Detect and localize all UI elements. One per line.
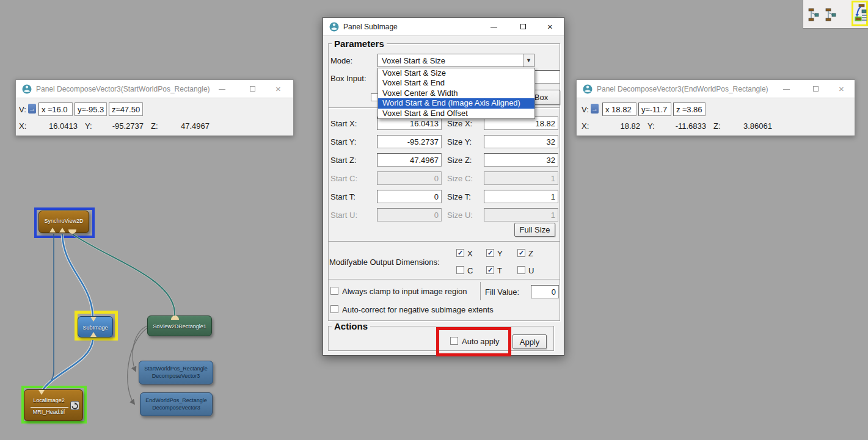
dim-y-checkbox[interactable] <box>486 249 494 257</box>
full-size-button[interactable]: Full Size <box>514 223 555 237</box>
mini-graph-icon-2[interactable] <box>825 7 836 22</box>
minimize-button[interactable] <box>777 80 797 98</box>
window-title: Panel DecomposeVector3(StartWorldPos_Rec… <box>36 85 210 93</box>
close-button[interactable]: × <box>270 80 290 98</box>
chevron-down-icon[interactable]: ▼ <box>523 54 534 67</box>
size-y-field[interactable] <box>484 135 558 148</box>
node-localimage2-line1: LocalImage2 <box>24 397 73 403</box>
dropdown-item[interactable]: Voxel Start & End <box>378 78 534 88</box>
titlebar[interactable]: Panel SubImage × <box>323 18 564 36</box>
node-soview2drectangle1-label: SoView2DRectangle1 <box>148 323 211 330</box>
connection-subimage-synchroview <box>62 234 93 317</box>
close-button[interactable]: × <box>833 80 853 98</box>
input-connector-icon[interactable] <box>68 229 76 234</box>
node-soview2drectangle1[interactable]: SoView2DRectangle1 <box>147 316 212 336</box>
mini-graph-icon-1[interactable] <box>808 7 819 22</box>
autocorrect-checkbox[interactable] <box>330 305 338 313</box>
dim-c-checkbox[interactable] <box>456 266 464 274</box>
mevislab-app-icon <box>22 84 32 94</box>
x-component-field[interactable] <box>602 103 636 116</box>
separator <box>329 241 560 242</box>
start-t-field[interactable] <box>377 190 442 203</box>
fill-value-label: Fill Value: <box>485 287 519 297</box>
node-startworldpos-decomposevector3[interactable]: StartWorldPos_Rectangle DecomposeVector3 <box>139 361 213 384</box>
dropdown-item[interactable]: Voxel Start & Size <box>378 68 534 78</box>
node-subimage-label: SubImage <box>78 325 112 331</box>
dim-z-checkbox[interactable] <box>517 249 525 257</box>
dropdown-item[interactable]: Voxel Start & End Offset <box>378 109 534 118</box>
vector-input-arrow-icon[interactable]: → <box>591 104 599 114</box>
input-connector-icon[interactable] <box>59 228 65 233</box>
dim-t-label: T <box>497 266 502 275</box>
minimize-button[interactable] <box>213 80 232 98</box>
dropdown-item[interactable]: Voxel Center & Width <box>378 88 534 98</box>
start-y-label: Start Y: <box>330 137 356 146</box>
input-connector-icon[interactable] <box>90 332 97 337</box>
y-component-field[interactable] <box>638 103 671 116</box>
size-t-label: Size T: <box>447 192 471 201</box>
close-icon: × <box>839 83 844 95</box>
maximize-button[interactable] <box>806 80 826 98</box>
dim-u-checkbox[interactable] <box>517 266 525 274</box>
minimize-icon <box>219 89 225 90</box>
mini-graph-highlighted-icon[interactable] <box>855 4 867 23</box>
output-connector-icon[interactable] <box>90 317 97 322</box>
dropdown-item[interactable]: World Start & End (Image Axis Aligned) <box>378 98 534 108</box>
reload-icon[interactable] <box>70 401 79 410</box>
titlebar[interactable]: Panel DecomposeVector3(EndWorldPos_Recta… <box>577 80 855 98</box>
output-connector-icon[interactable] <box>171 316 179 320</box>
separator <box>329 279 560 280</box>
titlebar[interactable]: Panel DecomposeVector3(StartWorldPos_Rec… <box>16 80 293 98</box>
node-startworldpos-line1: StartWorldPos_Rectangle <box>139 366 213 372</box>
dim-x-label: X <box>467 249 473 258</box>
window-decomposevector3-startworldpos: Panel DecomposeVector3(StartWorldPos_Rec… <box>15 79 294 136</box>
graph-toolbar <box>803 0 868 29</box>
node-endworldpos-line2: DecomposeVector3 <box>140 405 212 411</box>
y-component-field[interactable] <box>75 103 107 116</box>
maximize-button[interactable] <box>243 80 263 98</box>
clamp-checkbox[interactable] <box>330 287 338 295</box>
z-label: Z: <box>151 121 163 131</box>
desktop: { "ui": { "background_color": "#a3a3a3",… <box>0 0 868 440</box>
maximize-icon <box>520 24 526 29</box>
mode-label: Mode: <box>330 56 352 65</box>
v-label: V: <box>582 105 589 114</box>
mode-combobox[interactable]: Voxel Start & Size ▼ <box>377 54 534 67</box>
actions-header: Actions <box>332 321 370 331</box>
minimize-icon <box>491 27 497 27</box>
dim-t-checkbox[interactable] <box>486 266 494 274</box>
size-x-label: Size X: <box>447 119 472 128</box>
vector-input-arrow-icon[interactable]: → <box>28 104 36 114</box>
dim-z-label: Z <box>528 249 533 258</box>
start-t-label: Start T: <box>330 192 356 201</box>
start-x-label: Start X: <box>330 119 357 128</box>
z-component-field[interactable] <box>109 103 143 116</box>
x-component-field[interactable] <box>38 103 73 116</box>
dim-x-checkbox[interactable] <box>456 249 464 257</box>
mevislab-app-icon <box>329 22 339 32</box>
start-z-field[interactable] <box>377 153 442 167</box>
start-y-field[interactable] <box>377 135 442 148</box>
fill-value-field[interactable] <box>531 285 559 298</box>
input-connector-icon[interactable] <box>49 228 56 233</box>
node-localimage2[interactable]: LocalImage2 MRI_Head.tif <box>24 389 83 421</box>
size-u-field <box>484 208 558 222</box>
node-startworldpos-line2: DecomposeVector3 <box>139 373 213 379</box>
node-subimage[interactable]: SubImage <box>78 316 113 337</box>
y-label: Y: <box>647 121 660 131</box>
close-button[interactable]: × <box>542 18 561 36</box>
node-synchroview2d[interactable]: SynchroView2D <box>38 211 89 233</box>
close-icon: × <box>547 21 553 33</box>
maximize-button[interactable] <box>514 18 533 36</box>
minimize-button[interactable] <box>484 18 504 36</box>
size-y-label: Size Y: <box>447 137 472 146</box>
start-c-label: Start C: <box>330 174 357 183</box>
size-t-field[interactable] <box>484 190 558 203</box>
node-endworldpos-decomposevector3[interactable]: EndWorldPos_Rectangle DecomposeVector3 <box>140 392 213 416</box>
size-z-field[interactable] <box>484 153 558 167</box>
apply-button[interactable]: Apply <box>512 334 547 349</box>
dim-u-label: U <box>528 266 534 275</box>
start-u-label: Start U: <box>330 211 357 220</box>
output-connector-icon[interactable] <box>38 390 45 395</box>
z-component-field[interactable] <box>673 103 706 116</box>
